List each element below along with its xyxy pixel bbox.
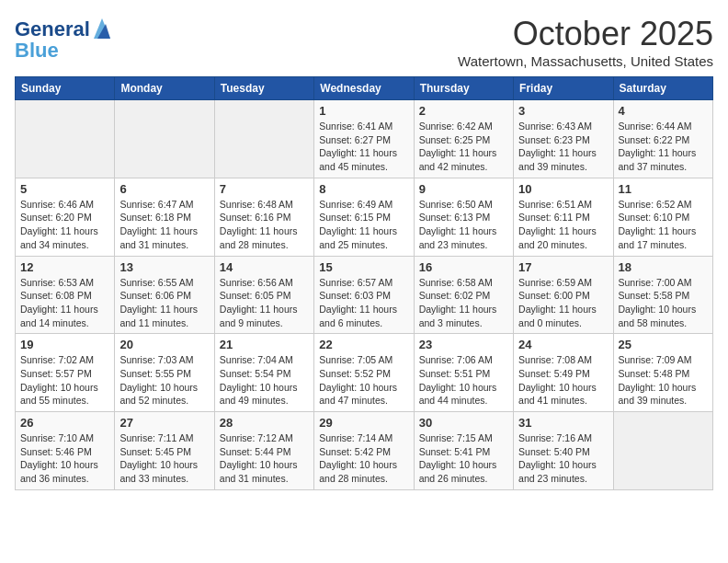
calendar-cell: 4Sunrise: 6:44 AMSunset: 6:22 PMDaylight… — [613, 100, 712, 178]
weekday-thursday: Thursday — [414, 77, 513, 100]
day-info: Sunrise: 7:08 AMSunset: 5:49 PMDaylight:… — [518, 353, 608, 408]
day-info: Sunrise: 7:10 AMSunset: 5:46 PMDaylight:… — [20, 431, 109, 486]
calendar-cell: 1Sunrise: 6:41 AMSunset: 6:27 PMDaylight… — [314, 100, 414, 178]
day-info: Sunrise: 6:41 AMSunset: 6:27 PMDaylight:… — [319, 120, 408, 174]
day-number: 21 — [220, 338, 309, 351]
day-number: 14 — [220, 260, 309, 274]
logo: General Blue — [15, 18, 112, 61]
day-number: 16 — [419, 260, 508, 274]
day-number: 17 — [518, 260, 608, 274]
day-number: 9 — [419, 182, 508, 196]
calendar-cell: 3Sunrise: 6:43 AMSunset: 6:23 PMDaylight… — [514, 100, 613, 178]
calendar-cell: 23Sunrise: 7:06 AMSunset: 5:51 PMDayligh… — [414, 334, 513, 412]
logo-icon — [92, 17, 112, 40]
day-number: 20 — [119, 338, 209, 351]
calendar-cell — [16, 100, 115, 178]
calendar-cell: 29Sunrise: 7:14 AMSunset: 5:42 PMDayligh… — [314, 412, 414, 490]
day-info: Sunrise: 6:56 AMSunset: 6:05 PMDaylight:… — [220, 276, 309, 330]
calendar-cell: 15Sunrise: 6:57 AMSunset: 6:03 PMDayligh… — [314, 256, 414, 334]
day-number: 10 — [518, 182, 608, 196]
calendar-cell: 10Sunrise: 6:51 AMSunset: 6:11 PMDayligh… — [514, 178, 613, 256]
weekday-sunday: Sunday — [16, 77, 115, 100]
calendar-cell: 13Sunrise: 6:55 AMSunset: 6:06 PMDayligh… — [115, 256, 214, 334]
weekday-saturday: Saturday — [613, 77, 712, 100]
day-number: 13 — [119, 260, 209, 274]
day-info: Sunrise: 6:50 AMSunset: 6:13 PMDaylight:… — [419, 198, 508, 252]
calendar-cell — [214, 100, 313, 178]
location-title: Watertown, Massachusetts, United States — [458, 53, 713, 69]
calendar-cell: 26Sunrise: 7:10 AMSunset: 5:46 PMDayligh… — [16, 412, 115, 490]
page-header: General Blue October 2025 Watertown, Mas… — [15, 15, 713, 69]
day-number: 19 — [20, 338, 109, 351]
weekday-header: SundayMondayTuesdayWednesdayThursdayFrid… — [16, 77, 713, 100]
day-number: 27 — [119, 416, 209, 430]
logo-blue: Blue — [15, 40, 112, 61]
calendar-cell: 24Sunrise: 7:08 AMSunset: 5:49 PMDayligh… — [514, 334, 613, 412]
day-info: Sunrise: 6:46 AMSunset: 6:20 PMDaylight:… — [20, 198, 109, 252]
day-number: 22 — [319, 338, 408, 351]
day-info: Sunrise: 6:57 AMSunset: 6:03 PMDaylight:… — [319, 276, 408, 330]
calendar-cell: 12Sunrise: 6:53 AMSunset: 6:08 PMDayligh… — [16, 256, 115, 334]
day-number: 7 — [220, 182, 309, 196]
calendar-week-5: 26Sunrise: 7:10 AMSunset: 5:46 PMDayligh… — [16, 412, 713, 490]
day-info: Sunrise: 6:48 AMSunset: 6:16 PMDaylight:… — [220, 198, 309, 252]
weekday-monday: Monday — [115, 77, 214, 100]
day-number: 18 — [619, 260, 708, 274]
day-number: 23 — [419, 338, 508, 351]
day-number: 5 — [20, 182, 109, 196]
day-number: 3 — [518, 104, 608, 118]
calendar-cell: 6Sunrise: 6:47 AMSunset: 6:18 PMDaylight… — [115, 178, 214, 256]
calendar-body: 1Sunrise: 6:41 AMSunset: 6:27 PMDaylight… — [16, 100, 713, 490]
day-info: Sunrise: 6:43 AMSunset: 6:23 PMDaylight:… — [518, 120, 608, 174]
calendar-cell: 25Sunrise: 7:09 AMSunset: 5:48 PMDayligh… — [613, 334, 712, 412]
calendar-cell: 22Sunrise: 7:05 AMSunset: 5:52 PMDayligh… — [314, 334, 414, 412]
calendar-week-1: 1Sunrise: 6:41 AMSunset: 6:27 PMDaylight… — [16, 100, 713, 178]
calendar-cell: 17Sunrise: 6:59 AMSunset: 6:00 PMDayligh… — [514, 256, 613, 334]
title-block: October 2025 Watertown, Massachusetts, U… — [458, 15, 713, 69]
day-info: Sunrise: 6:53 AMSunset: 6:08 PMDaylight:… — [20, 276, 109, 330]
calendar-cell: 28Sunrise: 7:12 AMSunset: 5:44 PMDayligh… — [214, 412, 313, 490]
day-info: Sunrise: 7:16 AMSunset: 5:40 PMDaylight:… — [518, 431, 608, 486]
calendar-cell: 31Sunrise: 7:16 AMSunset: 5:40 PMDayligh… — [514, 412, 613, 490]
calendar-cell: 9Sunrise: 6:50 AMSunset: 6:13 PMDaylight… — [414, 178, 513, 256]
day-info: Sunrise: 7:15 AMSunset: 5:41 PMDaylight:… — [419, 431, 508, 486]
day-info: Sunrise: 7:02 AMSunset: 5:57 PMDaylight:… — [20, 353, 109, 408]
day-number: 28 — [220, 416, 309, 430]
day-number: 30 — [419, 416, 508, 430]
day-info: Sunrise: 6:44 AMSunset: 6:22 PMDaylight:… — [619, 120, 708, 174]
calendar-cell: 16Sunrise: 6:58 AMSunset: 6:02 PMDayligh… — [414, 256, 513, 334]
day-number: 8 — [319, 182, 408, 196]
weekday-tuesday: Tuesday — [214, 77, 313, 100]
day-info: Sunrise: 7:00 AMSunset: 5:58 PMDaylight:… — [619, 276, 708, 330]
calendar-cell: 14Sunrise: 6:56 AMSunset: 6:05 PMDayligh… — [214, 256, 313, 334]
weekday-friday: Friday — [514, 77, 613, 100]
month-title: October 2025 — [458, 15, 713, 53]
day-number: 29 — [319, 416, 408, 430]
calendar-cell: 21Sunrise: 7:04 AMSunset: 5:54 PMDayligh… — [214, 334, 313, 412]
day-info: Sunrise: 6:47 AMSunset: 6:18 PMDaylight:… — [119, 198, 209, 252]
day-number: 26 — [20, 416, 109, 430]
day-info: Sunrise: 6:59 AMSunset: 6:00 PMDaylight:… — [518, 276, 608, 330]
calendar-cell — [613, 412, 712, 490]
day-info: Sunrise: 7:12 AMSunset: 5:44 PMDaylight:… — [220, 431, 309, 486]
calendar-cell: 20Sunrise: 7:03 AMSunset: 5:55 PMDayligh… — [115, 334, 214, 412]
day-info: Sunrise: 7:14 AMSunset: 5:42 PMDaylight:… — [319, 431, 408, 486]
day-number: 12 — [20, 260, 109, 274]
calendar-cell: 2Sunrise: 6:42 AMSunset: 6:25 PMDaylight… — [414, 100, 513, 178]
calendar-cell: 8Sunrise: 6:49 AMSunset: 6:15 PMDaylight… — [314, 178, 414, 256]
day-info: Sunrise: 6:42 AMSunset: 6:25 PMDaylight:… — [419, 120, 508, 174]
calendar-cell — [115, 100, 214, 178]
calendar-cell: 11Sunrise: 6:52 AMSunset: 6:10 PMDayligh… — [613, 178, 712, 256]
day-info: Sunrise: 7:11 AMSunset: 5:45 PMDaylight:… — [119, 431, 209, 486]
day-number: 4 — [619, 104, 708, 118]
calendar-cell: 18Sunrise: 7:00 AMSunset: 5:58 PMDayligh… — [613, 256, 712, 334]
day-number: 25 — [619, 338, 708, 351]
day-info: Sunrise: 6:52 AMSunset: 6:10 PMDaylight:… — [619, 198, 708, 252]
day-info: Sunrise: 6:51 AMSunset: 6:11 PMDaylight:… — [518, 198, 608, 252]
calendar-cell: 19Sunrise: 7:02 AMSunset: 5:57 PMDayligh… — [16, 334, 115, 412]
calendar-week-2: 5Sunrise: 6:46 AMSunset: 6:20 PMDaylight… — [16, 178, 713, 256]
day-info: Sunrise: 6:55 AMSunset: 6:06 PMDaylight:… — [119, 276, 209, 330]
calendar-table: SundayMondayTuesdayWednesdayThursdayFrid… — [15, 76, 713, 490]
calendar-cell: 7Sunrise: 6:48 AMSunset: 6:16 PMDaylight… — [214, 178, 313, 256]
calendar-cell: 27Sunrise: 7:11 AMSunset: 5:45 PMDayligh… — [115, 412, 214, 490]
